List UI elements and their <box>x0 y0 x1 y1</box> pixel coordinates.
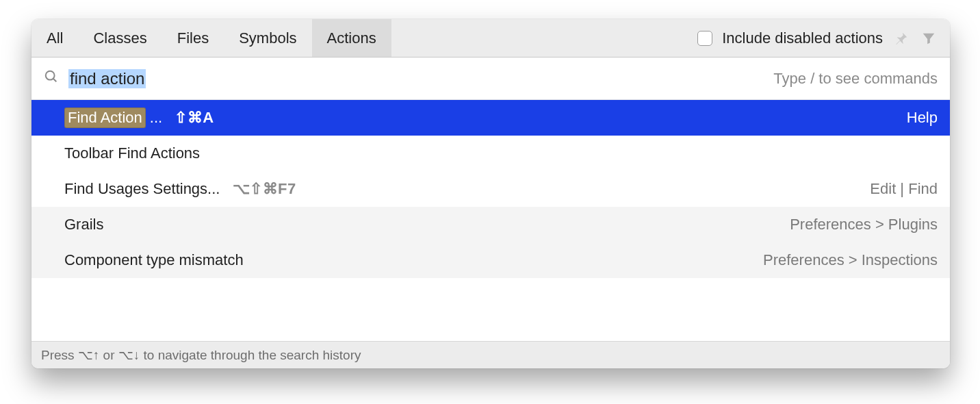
tabbar-spacer <box>391 19 698 57</box>
result-left: Find Usages Settings... ⌥⇧⌘F7 <box>64 180 296 198</box>
result-label: Toolbar Find Actions <box>64 144 200 162</box>
result-shortcut: ⇧⌘A <box>175 109 214 127</box>
search-hint: Type / to see commands <box>773 70 938 88</box>
filter-icon[interactable] <box>920 29 938 47</box>
tab-symbols[interactable]: Symbols <box>224 19 311 57</box>
tab-files[interactable]: Files <box>162 19 224 57</box>
result-shortcut: ⌥⇧⌘F7 <box>233 180 296 198</box>
result-row[interactable]: Toolbar Find Actions <box>31 136 950 171</box>
result-left: Find Action... ⇧⌘A <box>64 108 214 128</box>
search-icon <box>44 69 59 88</box>
tab-label: All <box>47 29 63 47</box>
tab-label: Files <box>177 29 209 47</box>
footer-hint: Press ⌥↑ or ⌥↓ to navigate through the s… <box>31 341 950 368</box>
pin-icon[interactable] <box>892 29 910 47</box>
search-everywhere-window: All Classes Files Symbols Actions Includ… <box>31 19 950 368</box>
tab-label: Actions <box>327 29 376 47</box>
result-label: Component type mismatch <box>64 251 244 269</box>
result-row[interactable]: Find Action... ⇧⌘A Help <box>31 100 950 136</box>
tab-label: Symbols <box>239 29 296 47</box>
result-location: Help <box>907 109 938 127</box>
result-highlight: Find Action <box>64 108 146 128</box>
results-list: Find Action... ⇧⌘A Help Toolbar Find Act… <box>31 100 950 341</box>
result-left: Grails <box>64 216 103 233</box>
include-disabled-checkbox[interactable] <box>697 31 712 46</box>
tab-classes[interactable]: Classes <box>78 19 162 57</box>
result-row[interactable]: Grails Preferences > Plugins <box>31 207 950 242</box>
result-row[interactable]: Component type mismatch Preferences > In… <box>31 242 950 278</box>
tab-all[interactable]: All <box>31 19 78 57</box>
tab-label: Classes <box>93 29 146 47</box>
result-suffix: ... <box>150 109 162 127</box>
tabbar-right: Include disabled actions <box>697 19 950 57</box>
footer-text: Press ⌥↑ or ⌥↓ to navigate through the s… <box>41 347 361 363</box>
result-location: Preferences > Inspections <box>763 251 938 269</box>
result-label: Grails <box>64 216 103 233</box>
svg-line-1 <box>53 78 57 81</box>
tab-actions[interactable]: Actions <box>312 19 391 57</box>
include-disabled-label: Include disabled actions <box>722 29 883 47</box>
search-bar[interactable]: find action Type / to see commands <box>31 58 950 100</box>
result-label: Find Usages Settings... <box>64 180 220 198</box>
result-row[interactable]: Find Usages Settings... ⌥⇧⌘F7 Edit | Fin… <box>31 171 950 207</box>
result-location: Edit | Find <box>870 180 938 198</box>
result-left: Component type mismatch <box>64 251 244 269</box>
result-location: Preferences > Plugins <box>790 216 938 233</box>
tab-bar: All Classes Files Symbols Actions Includ… <box>31 19 950 58</box>
search-input[interactable]: find action <box>68 69 146 88</box>
svg-point-0 <box>46 71 55 79</box>
result-left: Toolbar Find Actions <box>64 144 200 162</box>
